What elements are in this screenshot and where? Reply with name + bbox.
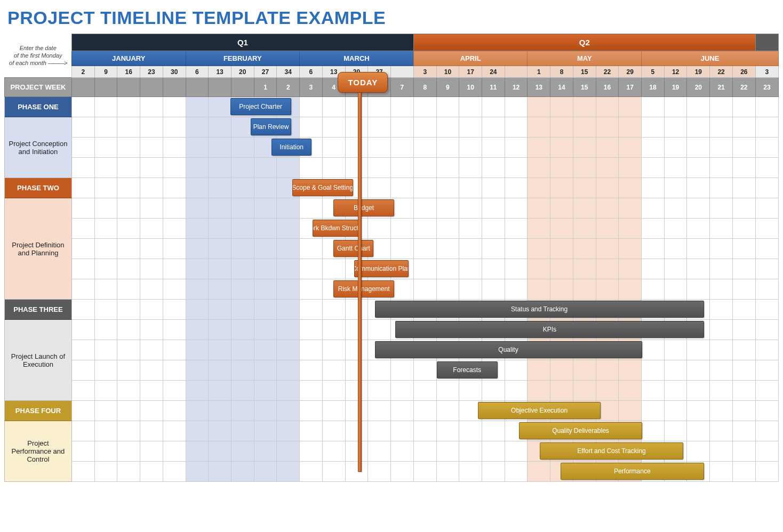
- grid-cell: [755, 279, 778, 300]
- grid-cell: [368, 117, 391, 138]
- grid-cell: [390, 158, 413, 178]
- grid-cell: [459, 279, 482, 300]
- grid-cell: [596, 239, 619, 259]
- grid-cell: [436, 219, 459, 239]
- bar-initiation[interactable]: Initiation: [271, 139, 311, 156]
- grid-cell: [71, 421, 94, 441]
- grid-cell: [664, 219, 687, 239]
- grid-cell: [390, 117, 413, 138]
- grid-cell: [254, 300, 277, 320]
- grid-cell: [209, 198, 231, 219]
- grid-cell: [642, 138, 665, 158]
- grid-cell: [277, 158, 300, 178]
- grid-cell: [71, 462, 94, 482]
- q3-sliver: [755, 34, 778, 51]
- grid-cell: [186, 239, 209, 259]
- grid-cell: [71, 178, 94, 198]
- bar-plan-review[interactable]: Plan Review: [251, 118, 291, 135]
- grid-cell: [732, 340, 755, 360]
- grid-cell: [413, 401, 436, 421]
- bar-status-track[interactable]: Status and Tracking: [375, 301, 704, 318]
- meta-line3: of each month: [9, 60, 46, 66]
- bar-scope-goal[interactable]: Scope & Goal Setting: [292, 179, 353, 196]
- phase-one-header: PHASE ONE: [5, 97, 72, 117]
- bar-obj-exec[interactable]: Objective Execution: [478, 402, 601, 419]
- grid-cell: [436, 117, 459, 138]
- grid-cell: [277, 360, 300, 381]
- grid-cell: [186, 421, 209, 441]
- grid-cell: [94, 300, 117, 320]
- grid-cell: [642, 259, 665, 279]
- grid-cell: [550, 138, 573, 158]
- grid-cell: [209, 239, 231, 259]
- grid-cell: [596, 219, 619, 239]
- grid-cell: [254, 320, 277, 340]
- bar-risk[interactable]: Risk Management: [333, 280, 394, 297]
- project-week-cell: 8: [413, 78, 436, 97]
- phase-two-desc: Project Definition and Planning: [5, 198, 72, 300]
- meta-line1: Enter the date: [20, 45, 57, 51]
- grid-cell: [345, 300, 368, 320]
- grid-cell: [550, 239, 573, 259]
- grid-cell: [209, 219, 231, 239]
- month-feb: FEBRUARY: [186, 51, 300, 66]
- day-tick: 8: [550, 66, 573, 78]
- grid-cell: [186, 360, 209, 381]
- grid-cell: [231, 138, 254, 158]
- grid-cell: [186, 320, 209, 340]
- grid-cell: [755, 320, 778, 340]
- grid-cell: [345, 441, 368, 462]
- grid-cell: [209, 117, 231, 138]
- page-title: PROJECT TIMELINE TEMPLATE EXAMPLE: [7, 7, 779, 28]
- project-week-cell: 22: [732, 78, 755, 97]
- grid-cell: [117, 360, 140, 381]
- grid-cell: [687, 138, 710, 158]
- day-tick: 24: [482, 66, 505, 78]
- day-tick: 30: [163, 66, 186, 78]
- grid-cell: [231, 158, 254, 178]
- grid-cell: [277, 300, 300, 320]
- grid-cell: [413, 381, 436, 401]
- grid-cell: [117, 198, 140, 219]
- bar-wbs[interactable]: Work Bkdwn Structure: [313, 220, 359, 237]
- bar-gantt[interactable]: Gantt Chart: [333, 240, 373, 257]
- phase-three-desc: Project Launch of Execution: [5, 320, 72, 401]
- bar-performance[interactable]: Performance: [561, 463, 704, 480]
- day-tick: 12: [664, 66, 687, 78]
- bar-quality[interactable]: Quality: [375, 341, 642, 358]
- grid-cell: [300, 360, 323, 381]
- grid-cell: [619, 219, 642, 239]
- bar-comm-plan[interactable]: Communication Plan: [354, 260, 409, 277]
- grid-cell: [664, 178, 687, 198]
- grid-cell: [664, 239, 687, 259]
- grid-cell: [71, 198, 94, 219]
- bar-project-charter[interactable]: Project Charter: [230, 98, 291, 115]
- grid-cell: [71, 279, 94, 300]
- grid-cell: [209, 421, 231, 441]
- grid-cell: [710, 462, 733, 482]
- grid-cell: [231, 441, 254, 462]
- project-week-cell: [117, 78, 140, 97]
- project-week-row: PROJECT WEEK 123456789101112131415161718…: [5, 78, 779, 97]
- grid-cell: [254, 239, 277, 259]
- bar-budget[interactable]: Budget: [333, 199, 394, 216]
- grid-cell: [505, 158, 528, 178]
- grid-cell: [687, 219, 710, 239]
- bar-kpis[interactable]: KPIs: [395, 321, 704, 338]
- grid-cell: [163, 401, 186, 421]
- grid-cell: [732, 158, 755, 178]
- grid-cell: [300, 300, 323, 320]
- grid-cell: [710, 320, 733, 340]
- grid-cell: [482, 421, 505, 441]
- grid-cell: [163, 300, 186, 320]
- grid-cell: [277, 340, 300, 360]
- bar-effort-cost[interactable]: Effort and Cost Tracking: [540, 442, 683, 460]
- grid-cell: [459, 421, 482, 441]
- grid-cell: [755, 138, 778, 158]
- grid-cell: [117, 259, 140, 279]
- bar-qual-deliv[interactable]: Quality Deliverables: [519, 422, 642, 439]
- bar-forecasts[interactable]: Forecasts: [437, 361, 498, 378]
- grid-cell: [732, 97, 755, 117]
- grid-cell: [277, 462, 300, 482]
- project-week-cell: [140, 78, 163, 97]
